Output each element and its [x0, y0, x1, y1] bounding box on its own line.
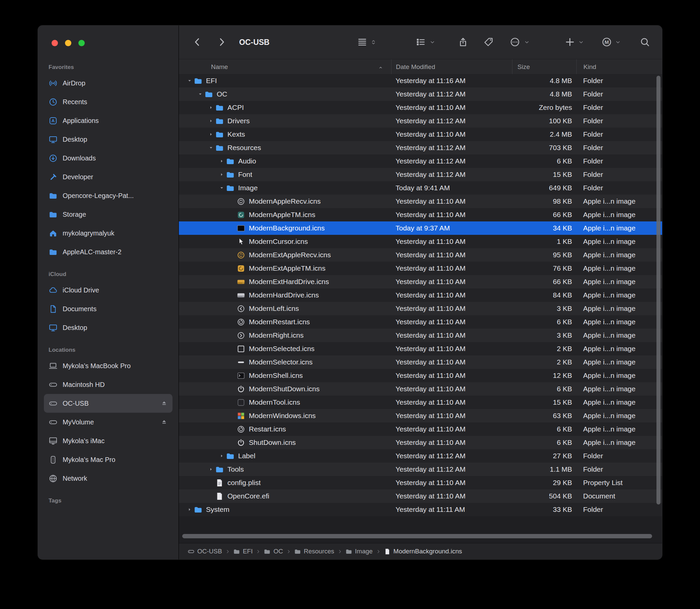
path-item-oc[interactable]: OC — [264, 548, 283, 555]
disclosure-open-icon[interactable] — [218, 184, 226, 192]
file-row-modernselector-icns[interactable]: ModernSelector.icnsYesterday at 11:10 AM… — [179, 355, 662, 369]
disclosure-closed-icon[interactable] — [186, 506, 194, 513]
chevron-down-icon[interactable] — [578, 39, 584, 45]
disclosure-closed-icon[interactable] — [207, 104, 215, 111]
file-row-moderncursor-icns[interactable]: ModernCursor.icnsYesterday at 11:10 AM1 … — [179, 235, 662, 248]
sidebar-item-documents[interactable]: Documents — [44, 299, 173, 318]
disclosure-closed-icon[interactable] — [218, 157, 226, 165]
sidebar-item-oc-usb[interactable]: OC-USB — [44, 394, 173, 413]
eject-icon[interactable] — [160, 400, 168, 407]
path-item-oc-usb[interactable]: OC-USB — [188, 548, 222, 555]
sidebar-item-icloud-drive[interactable]: iCloud Drive — [44, 281, 173, 299]
sidebar-item-network[interactable]: Network — [44, 469, 173, 488]
sidebar-item-macintosh-hd[interactable]: Macintosh HD — [44, 375, 173, 394]
path-item-efi[interactable]: EFI — [233, 548, 253, 555]
sidebar-item-desktop[interactable]: Desktop — [44, 318, 173, 337]
file-row-modernleft-icns[interactable]: ModernLeft.icnsYesterday at 11:10 AM3 KB… — [179, 302, 662, 315]
disclosure-closed-icon[interactable] — [218, 452, 226, 459]
minimize-button[interactable] — [65, 40, 71, 46]
file-row-config-plist[interactable]: config.plistYesterday at 11:10 AM29 KBPr… — [179, 476, 662, 489]
share-icon[interactable] — [458, 37, 468, 47]
file-row-modernbackground-icns[interactable]: ModernBackground.icnsToday at 9:37 AM34 … — [179, 222, 662, 235]
disclosure-closed-icon[interactable] — [207, 130, 215, 138]
file-row-acpi[interactable]: ACPIYesterday at 11:10 AMZero bytesFolde… — [179, 101, 662, 114]
name-cell: ModernCursor.icns — [179, 237, 391, 246]
horizontal-scrollbar-thumb[interactable] — [182, 534, 652, 538]
file-row-kexts[interactable]: KextsYesterday at 11:10 AM2.4 MBFolder — [179, 128, 662, 141]
more-actions-icon[interactable] — [510, 37, 520, 47]
sidebar-item-mykolagrymalyuk[interactable]: mykolagrymalyuk — [44, 224, 173, 243]
eject-icon[interactable] — [160, 418, 168, 426]
chevron-down-icon[interactable] — [615, 39, 621, 45]
file-row-oc[interactable]: OCYesterday at 11:12 AM4.8 MBFolder — [179, 87, 662, 101]
new-item-icon[interactable] — [565, 37, 575, 47]
file-row-shutdown-icns[interactable]: ShutDown.icnsYesterday at 11:10 AM6 KBAp… — [179, 436, 662, 449]
file-row-label[interactable]: LabelYesterday at 11:12 AM27 KBFolder — [179, 449, 662, 463]
file-row-modernextapplerecv-icns[interactable]: ModernExtAppleRecv.icnsYesterday at 11:1… — [179, 248, 662, 262]
view-switcher-icon[interactable] — [357, 37, 367, 47]
disclosure-closed-icon[interactable] — [207, 117, 215, 125]
group-by-icon[interactable] — [415, 37, 426, 47]
chevron-down-icon[interactable] — [430, 39, 435, 45]
disclosure-closed-icon[interactable] — [207, 466, 215, 473]
disclosure-open-icon[interactable] — [207, 144, 215, 152]
back-button[interactable] — [192, 37, 203, 47]
disclosure-open-icon[interactable] — [186, 77, 194, 84]
file-row-system[interactable]: SystemYesterday at 11:11 AM33 KBFolder — [179, 503, 662, 516]
file-row-modernright-icns[interactable]: ModernRight.icnsYesterday at 11:10 AM3 K… — [179, 329, 662, 342]
file-row-drivers[interactable]: DriversYesterday at 11:12 AM100 KBFolder — [179, 114, 662, 128]
tag-icon[interactable] — [483, 37, 494, 47]
column-header-kind[interactable]: Kind — [576, 59, 662, 74]
sidebar-item-downloads[interactable]: Downloads — [44, 149, 173, 168]
file-row-image[interactable]: ImageToday at 9:41 AM649 KBFolder — [179, 181, 662, 195]
file-row-audio[interactable]: AudioYesterday at 11:12 AM6 KBFolder — [179, 154, 662, 168]
file-row-restart-icns[interactable]: Restart.icnsYesterday at 11:10 AM6 KBApp… — [179, 422, 662, 436]
file-row-efi[interactable]: EFIYesterday at 11:16 AM4.8 MBFolder — [179, 74, 662, 87]
search-icon[interactable] — [640, 37, 650, 47]
sidebar-item-opencore-legacy-pat[interactable]: Opencore-Legacy-Pat... — [44, 186, 173, 205]
sidebar-item-desktop[interactable]: Desktop — [44, 130, 173, 149]
file-row-resources[interactable]: ResourcesYesterday at 11:12 AM703 KBFold… — [179, 141, 662, 154]
date-modified-cell: Yesterday at 11:10 AM — [391, 278, 512, 286]
sidebar-item-mykola-s-macbook-pro[interactable]: Mykola’s MacBook Pro — [44, 356, 173, 375]
file-row-modernapplerecv-icns[interactable]: ModernAppleRecv.icnsYesterday at 11:10 A… — [179, 195, 662, 208]
chevron-down-icon[interactable] — [524, 39, 530, 45]
column-header-name[interactable]: Name — [179, 59, 391, 74]
file-row-tools[interactable]: ToolsYesterday at 11:12 AM1.1 MBFolder — [179, 463, 662, 476]
vertical-scrollbar-thumb[interactable] — [657, 76, 661, 504]
file-row-modernextharddrive-icns[interactable]: ModernExtHardDrive.icnsYesterday at 11:1… — [179, 275, 662, 289]
chevron-up-down-icon[interactable] — [370, 39, 377, 45]
sidebar-item-applications[interactable]: AApplications — [44, 111, 173, 130]
sidebar-item-mykola-s-mac-pro[interactable]: Mykola’s Mac Pro — [44, 450, 173, 469]
file-row-modernshell-icns[interactable]: ModernShell.icnsYesterday at 11:10 AM12 … — [179, 369, 662, 382]
m-badge-icon[interactable]: M — [601, 37, 612, 47]
zoom-button[interactable] — [78, 40, 85, 46]
sidebar-item-applealc-master-2[interactable]: AppleALC-master-2 — [44, 243, 173, 261]
forward-button[interactable] — [216, 37, 227, 47]
disclosure-closed-icon[interactable] — [218, 171, 226, 178]
sidebar-item-developer[interactable]: Developer — [44, 168, 173, 186]
file-row-modernharddrive-icns[interactable]: ModernHardDrive.icnsYesterday at 11:10 A… — [179, 289, 662, 302]
column-header-date-modified[interactable]: Date Modified — [391, 59, 512, 74]
disclosure-spacer — [228, 318, 237, 326]
file-row-modernappletm-icns[interactable]: ModernAppleTM.icnsYesterday at 11:10 AM6… — [179, 208, 662, 222]
path-item-image[interactable]: Image — [345, 548, 373, 555]
file-row-modernshutdown-icns[interactable]: ModernShutDown.icnsYesterday at 11:10 AM… — [179, 382, 662, 396]
disclosure-open-icon[interactable] — [196, 90, 204, 98]
path-item-modernbackground-icns[interactable]: ModernBackground.icns — [384, 548, 462, 555]
sidebar-item-mykola-s-imac[interactable]: Mykola’s iMac — [44, 432, 173, 450]
file-row-font[interactable]: FontYesterday at 11:12 AM15 KBFolder — [179, 168, 662, 181]
path-item-resources[interactable]: Resources — [294, 548, 334, 555]
file-row-moderntool-icns[interactable]: ModernTool.icnsYesterday at 11:10 AM15 K… — [179, 396, 662, 409]
sidebar-item-myvolume[interactable]: MyVolume — [44, 413, 173, 432]
file-row-modernrestart-icns[interactable]: ModernRestart.icnsYesterday at 11:10 AM6… — [179, 315, 662, 329]
file-row-modernwindows-icns[interactable]: ModernWindows.icnsYesterday at 11:10 AM6… — [179, 409, 662, 422]
file-row-modernselected-icns[interactable]: ModernSelected.icnsYesterday at 11:10 AM… — [179, 342, 662, 355]
sidebar-item-recents[interactable]: Recents — [44, 92, 173, 111]
sidebar-item-airdrop[interactable]: AirDrop — [44, 74, 173, 92]
sidebar-item-storage[interactable]: Storage — [44, 205, 173, 224]
file-row-opencore-efi[interactable]: OpenCore.efiYesterday at 11:10 AM504 KBD… — [179, 489, 662, 503]
file-row-modernextappletm-icns[interactable]: ModernExtAppleTM.icnsYesterday at 11:10 … — [179, 262, 662, 275]
column-header-size[interactable]: Size — [512, 59, 576, 74]
close-button[interactable] — [52, 40, 58, 46]
